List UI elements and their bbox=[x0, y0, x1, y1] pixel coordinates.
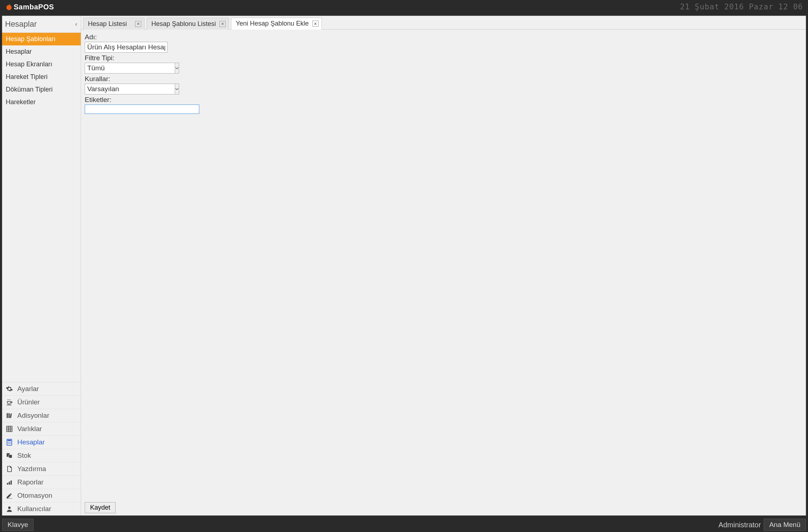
rules-input[interactable] bbox=[85, 84, 175, 94]
main-area: Hesaplar ‹ Hesap ŞablonlarıHesaplarHesap… bbox=[2, 15, 806, 516]
sidebar-mainnav: AyarlarÜrünlerAdisyonlarVarlıklarHesapla… bbox=[2, 382, 81, 515]
content-area: Hesap Listesi×Hesap Şablonu Listesi×Yeni… bbox=[81, 16, 806, 515]
svg-point-0 bbox=[6, 5, 12, 10]
books-icon bbox=[5, 411, 14, 420]
close-icon[interactable]: × bbox=[135, 21, 141, 27]
titlebar: SambaPOS 21 Şubat 2016 Pazar 12 06 bbox=[0, 0, 808, 14]
filter-input[interactable] bbox=[85, 63, 175, 74]
name-label: Adı: bbox=[85, 33, 802, 41]
mainnav-item-yazdırma[interactable]: Yazdırma bbox=[2, 462, 81, 475]
status-user: Administrator bbox=[719, 521, 761, 529]
sidebar-item-4[interactable]: Döküman Tipleri bbox=[2, 83, 81, 96]
bars-icon bbox=[5, 478, 14, 487]
svg-point-8 bbox=[8, 442, 9, 443]
sidebar-item-3[interactable]: Hareket Tipleri bbox=[2, 71, 81, 83]
name-input[interactable] bbox=[85, 42, 168, 53]
svg-rect-18 bbox=[10, 480, 12, 485]
keyboard-button[interactable]: Klavye bbox=[2, 519, 34, 531]
app-logo: SambaPOS bbox=[5, 3, 54, 11]
tabs: Hesap Listesi×Hesap Şablonu Listesi×Yeni… bbox=[81, 16, 806, 30]
mainnav-item-ürünler[interactable]: Ürünler bbox=[2, 395, 81, 409]
tab-0[interactable]: Hesap Listesi× bbox=[83, 18, 145, 30]
svg-rect-19 bbox=[7, 498, 12, 499]
sidebar-item-1[interactable]: Hesaplar bbox=[2, 45, 81, 58]
calc-icon bbox=[5, 438, 14, 447]
mainnav-item-hesaplar[interactable]: Hesaplar bbox=[2, 435, 81, 449]
gear-icon bbox=[5, 385, 14, 393]
mainnav-item-varlıklar[interactable]: Varlıklar bbox=[2, 422, 81, 435]
sidebar-header[interactable]: Hesaplar ‹ bbox=[2, 16, 81, 33]
svg-rect-2 bbox=[7, 413, 8, 418]
save-button[interactable]: Kaydet bbox=[85, 502, 116, 513]
mainnav-item-label: Ürünler bbox=[17, 398, 40, 406]
svg-rect-15 bbox=[9, 455, 12, 458]
svg-point-13 bbox=[10, 443, 11, 444]
page-icon bbox=[5, 465, 14, 473]
svg-rect-5 bbox=[7, 426, 12, 432]
mainmenu-button[interactable]: Ana Menü bbox=[764, 519, 806, 531]
tags-input[interactable] bbox=[85, 105, 199, 114]
mainnav-item-label: Adisyonlar bbox=[17, 412, 49, 420]
pen-icon bbox=[5, 491, 14, 500]
form-spacer bbox=[85, 115, 802, 500]
statusbar: Klavye Administrator Ana Menü bbox=[0, 518, 808, 532]
close-icon[interactable]: × bbox=[219, 21, 226, 27]
svg-point-9 bbox=[9, 442, 10, 443]
svg-point-11 bbox=[8, 443, 9, 444]
mainnav-item-label: Raporlar bbox=[17, 478, 44, 486]
mainnav-item-adisyonlar[interactable]: Adisyonlar bbox=[2, 409, 81, 422]
cup-icon bbox=[5, 398, 14, 407]
svg-rect-3 bbox=[9, 413, 10, 418]
mainnav-item-stok[interactable]: Stok bbox=[2, 449, 81, 462]
grid-icon bbox=[5, 425, 14, 433]
sidebar-subnav: Hesap ŞablonlarıHesaplarHesap EkranlarıH… bbox=[2, 33, 81, 108]
mainnav-item-otomasyon[interactable]: Otomasyon bbox=[2, 489, 81, 502]
mainnav-item-raporlar[interactable]: Raporlar bbox=[2, 475, 81, 489]
mainnav-item-label: Ayarlar bbox=[17, 385, 39, 393]
stack-icon bbox=[5, 451, 14, 460]
tab-label: Yeni Hesap Şablonu Ekle bbox=[236, 20, 308, 27]
chevron-down-icon bbox=[175, 66, 179, 70]
mainnav-item-label: Yazdırma bbox=[17, 465, 46, 473]
brand-text: SambaPOS bbox=[14, 3, 54, 11]
close-icon[interactable]: × bbox=[312, 21, 319, 27]
datetime-text: 21 Şubat 2016 Pazar 12 06 bbox=[680, 3, 803, 11]
tags-label: Etiketler: bbox=[85, 96, 802, 104]
svg-rect-16 bbox=[7, 483, 8, 485]
mainnav-item-label: Hesaplar bbox=[17, 438, 45, 446]
tab-label: Hesap Listesi bbox=[88, 20, 127, 28]
sidebar-item-0[interactable]: Hesap Şablonları bbox=[2, 33, 81, 45]
filter-label: Filtre Tipi: bbox=[85, 54, 802, 62]
filter-dropdown-button[interactable] bbox=[175, 63, 179, 74]
collapse-icon[interactable]: ‹ bbox=[75, 21, 77, 27]
filter-combo[interactable] bbox=[85, 63, 162, 74]
logo-icon bbox=[5, 3, 13, 11]
mainnav-item-kullanıcılar[interactable]: Kullanıcılar bbox=[2, 502, 81, 515]
svg-rect-17 bbox=[9, 482, 10, 484]
sidebar-title: Hesaplar bbox=[5, 19, 37, 29]
tab-2[interactable]: Yeni Hesap Şablonu Ekle× bbox=[231, 18, 321, 30]
tab-1[interactable]: Hesap Şablonu Listesi× bbox=[147, 18, 229, 30]
sidebar-item-2[interactable]: Hesap Ekranları bbox=[2, 58, 81, 71]
mainnav-item-label: Varlıklar bbox=[17, 425, 42, 433]
sidebar-spacer bbox=[2, 108, 81, 382]
rules-combo[interactable] bbox=[85, 84, 162, 94]
svg-point-10 bbox=[10, 442, 11, 443]
mainnav-item-label: Otomasyon bbox=[17, 492, 52, 500]
mainnav-item-label: Stok bbox=[17, 452, 31, 460]
form-area: Adı: Filtre Tipi: Kurallar: bbox=[81, 30, 806, 515]
svg-rect-7 bbox=[8, 440, 11, 441]
mainnav-item-ayarlar[interactable]: Ayarlar bbox=[2, 382, 81, 395]
svg-point-12 bbox=[9, 443, 10, 444]
rules-label: Kurallar: bbox=[85, 75, 802, 83]
svg-point-20 bbox=[8, 506, 11, 509]
rules-dropdown-button[interactable] bbox=[175, 84, 179, 94]
svg-rect-4 bbox=[10, 413, 12, 418]
user-icon bbox=[5, 505, 14, 513]
sidebar: Hesaplar ‹ Hesap ŞablonlarıHesaplarHesap… bbox=[2, 16, 81, 515]
chevron-down-icon bbox=[175, 87, 179, 91]
mainnav-item-label: Kullanıcılar bbox=[17, 505, 51, 513]
sidebar-item-5[interactable]: Hareketler bbox=[2, 96, 81, 108]
tab-label: Hesap Şablonu Listesi bbox=[151, 20, 216, 28]
svg-rect-1 bbox=[7, 405, 12, 405]
